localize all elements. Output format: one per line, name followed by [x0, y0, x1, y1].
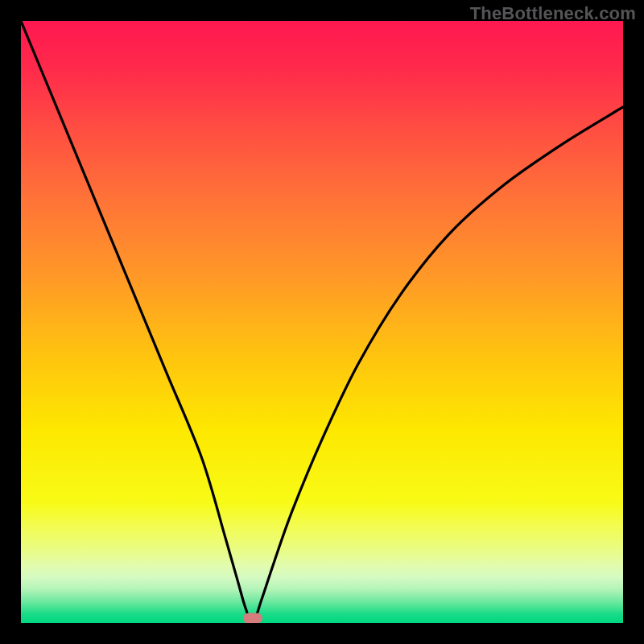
bottleneck-curve: [21, 21, 623, 623]
watermark-text: TheBottleneck.com: [470, 3, 636, 24]
optimum-marker: [243, 613, 262, 624]
curve-layer: [21, 21, 623, 623]
plot-area: [21, 21, 623, 623]
